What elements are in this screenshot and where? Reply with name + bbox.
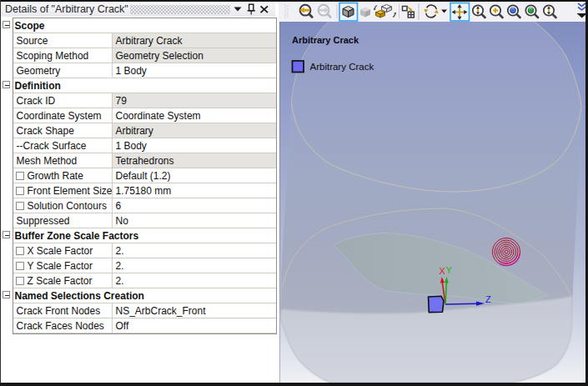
svg-text:Y: Y (446, 265, 453, 275)
svg-text:Z: Z (485, 294, 491, 304)
svg-text:Arbitrary Crack: Arbitrary Crack (292, 35, 359, 45)
svg-text:X: X (440, 266, 446, 276)
svg-text:Arbitrary Crack: Arbitrary Crack (310, 62, 374, 72)
